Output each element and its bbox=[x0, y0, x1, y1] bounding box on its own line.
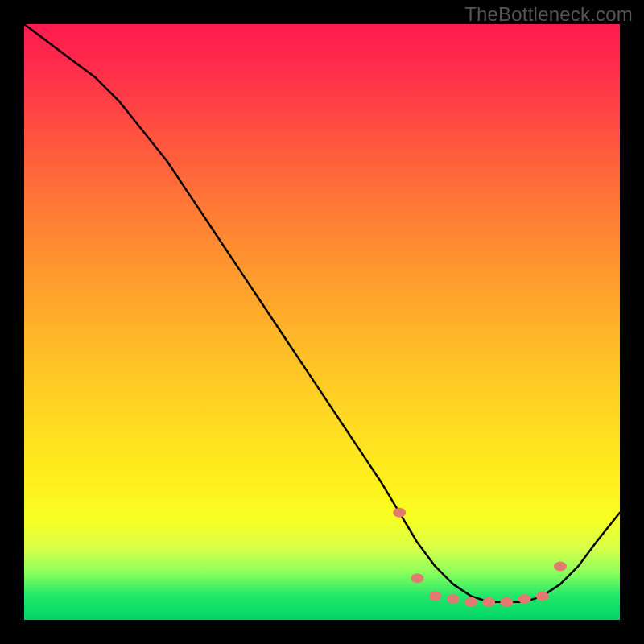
highlight-dot bbox=[393, 508, 406, 518]
highlight-dot bbox=[554, 561, 567, 571]
highlight-dot bbox=[447, 594, 460, 604]
highlight-dot bbox=[464, 597, 477, 607]
watermark-label: TheBottleneck.com bbox=[464, 3, 633, 26]
chart-frame: TheBottleneck.com bbox=[0, 0, 644, 644]
highlight-dot bbox=[411, 573, 423, 583]
highlight-dot bbox=[429, 591, 442, 601]
highlight-dot bbox=[518, 594, 531, 604]
highlight-dot bbox=[482, 597, 495, 607]
curve-layer bbox=[24, 24, 620, 620]
highlight-dots-group bbox=[393, 508, 567, 607]
highlight-dot bbox=[500, 597, 513, 607]
bottleneck-curve bbox=[24, 24, 620, 602]
highlight-dot bbox=[536, 591, 549, 601]
